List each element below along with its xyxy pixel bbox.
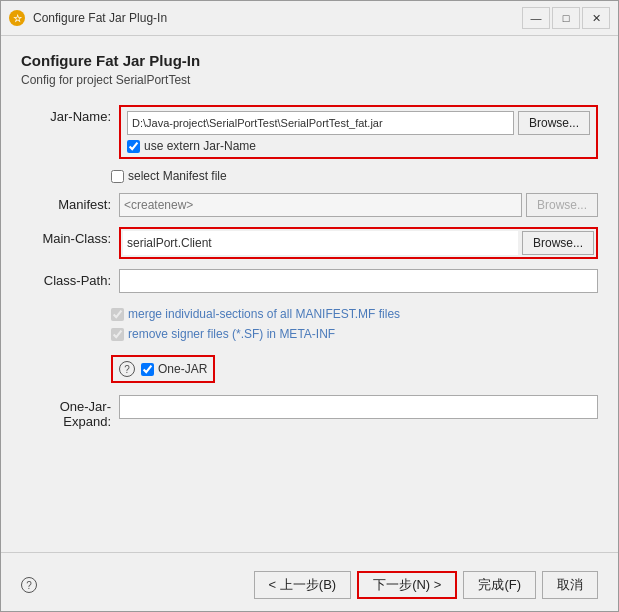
next-button[interactable]: 下一步(N) > bbox=[357, 571, 457, 599]
jar-name-row: Jar-Name: Browse... use extern Jar-Name bbox=[21, 105, 598, 159]
class-path-label: Class-Path: bbox=[21, 269, 111, 288]
manifest-label: Manifest: bbox=[21, 193, 111, 212]
options-section: merge individual-sections of all MANIFES… bbox=[111, 307, 598, 341]
manifest-row: Manifest: Browse... bbox=[21, 193, 598, 217]
cancel-button[interactable]: 取消 bbox=[542, 571, 598, 599]
class-path-input[interactable] bbox=[119, 269, 598, 293]
main-class-label: Main-Class: bbox=[21, 227, 111, 246]
jar-name-input-row: Browse... bbox=[127, 111, 590, 135]
window-title: Configure Fat Jar Plug-In bbox=[33, 11, 522, 25]
class-path-row: Class-Path: bbox=[21, 269, 598, 293]
remove-signer-row: remove signer files (*.SF) in META-INF bbox=[111, 327, 598, 341]
jar-name-input[interactable] bbox=[127, 111, 514, 135]
one-jar-help-icon[interactable]: ? bbox=[119, 361, 135, 377]
maximize-button[interactable]: □ bbox=[552, 7, 580, 29]
back-button[interactable]: < 上一步(B) bbox=[254, 571, 352, 599]
dialog-title: Configure Fat Jar Plug-In bbox=[21, 52, 598, 69]
dialog-subtitle: Config for project SerialPortTest bbox=[21, 73, 598, 87]
one-jar-checkbox[interactable] bbox=[141, 363, 154, 376]
one-jar-expand-label: One-Jar-Expand: bbox=[21, 395, 111, 429]
manifest-input[interactable] bbox=[119, 193, 522, 217]
merge-sections-label: merge individual-sections of all MANIFES… bbox=[128, 307, 400, 321]
footer-buttons: < 上一步(B) 下一步(N) > 完成(F) 取消 bbox=[254, 571, 598, 599]
merge-sections-row: merge individual-sections of all MANIFES… bbox=[111, 307, 598, 321]
app-icon: ☆ bbox=[9, 10, 25, 26]
browse-manifest-button[interactable]: Browse... bbox=[526, 193, 598, 217]
select-manifest-section: select Manifest file bbox=[111, 169, 598, 183]
jar-name-group: Browse... use extern Jar-Name bbox=[119, 105, 598, 159]
footer-separator bbox=[1, 552, 618, 553]
use-extern-jar-row: use extern Jar-Name bbox=[127, 139, 590, 153]
one-jar-label: One-JAR bbox=[158, 362, 207, 376]
finish-button[interactable]: 完成(F) bbox=[463, 571, 536, 599]
one-jar-expand-input[interactable] bbox=[119, 395, 598, 419]
select-manifest-row: select Manifest file bbox=[111, 169, 598, 183]
main-class-group: Browse... bbox=[119, 227, 598, 259]
minimize-button[interactable]: — bbox=[522, 7, 550, 29]
form-section: Jar-Name: Browse... use extern Jar-Name bbox=[21, 105, 598, 536]
remove-signer-label: remove signer files (*.SF) in META-INF bbox=[128, 327, 335, 341]
window-controls: — □ ✕ bbox=[522, 7, 610, 29]
use-extern-jar-label: use extern Jar-Name bbox=[144, 139, 256, 153]
dialog-content: Configure Fat Jar Plug-In Config for pro… bbox=[1, 36, 618, 552]
footer-left: ? bbox=[21, 577, 246, 593]
class-path-input-row bbox=[119, 269, 598, 293]
main-class-row: Main-Class: Browse... bbox=[21, 227, 598, 259]
jar-name-label: Jar-Name: bbox=[21, 105, 111, 124]
select-manifest-label: select Manifest file bbox=[128, 169, 227, 183]
one-jar-expand-input-row bbox=[119, 395, 598, 419]
close-button[interactable]: ✕ bbox=[582, 7, 610, 29]
main-window: ☆ Configure Fat Jar Plug-In — □ ✕ Config… bbox=[0, 0, 619, 612]
select-manifest-checkbox[interactable] bbox=[111, 170, 124, 183]
browse-jar-button[interactable]: Browse... bbox=[518, 111, 590, 135]
one-jar-group: ? One-JAR bbox=[111, 355, 215, 383]
merge-sections-checkbox[interactable] bbox=[111, 308, 124, 321]
one-jar-row: One-JAR bbox=[141, 362, 207, 376]
footer: ? < 上一步(B) 下一步(N) > 完成(F) 取消 bbox=[1, 563, 618, 611]
use-extern-jar-checkbox[interactable] bbox=[127, 140, 140, 153]
one-jar-expand-row: One-Jar-Expand: bbox=[21, 395, 598, 429]
manifest-input-row: Browse... bbox=[119, 193, 598, 217]
main-class-input[interactable] bbox=[123, 231, 518, 255]
one-jar-section: ? One-JAR bbox=[111, 355, 598, 383]
remove-signer-checkbox[interactable] bbox=[111, 328, 124, 341]
jar-name-controls: Browse... use extern Jar-Name bbox=[119, 105, 598, 159]
footer-help-icon[interactable]: ? bbox=[21, 577, 37, 593]
title-bar: ☆ Configure Fat Jar Plug-In — □ ✕ bbox=[1, 1, 618, 36]
browse-main-button[interactable]: Browse... bbox=[522, 231, 594, 255]
